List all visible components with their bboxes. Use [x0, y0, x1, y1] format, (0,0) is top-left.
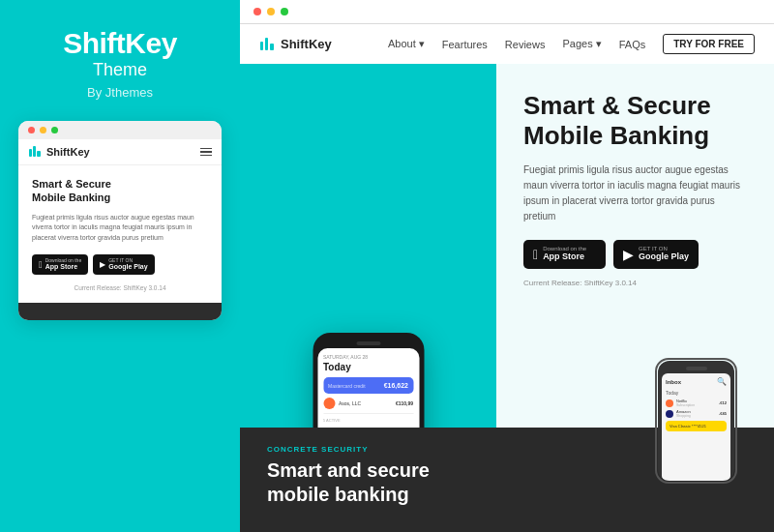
mini-headline: Smart & SecureMobile Banking — [32, 177, 208, 205]
phone-notch — [356, 341, 380, 345]
phone-card: Mastercard credit €16,622 — [323, 377, 413, 394]
chrome-dot-yellow — [267, 8, 275, 15]
mini-dot-yellow — [40, 127, 46, 133]
mini-appstore-text: Download on the App Store — [45, 258, 82, 271]
hero-headline: Smart & SecureMobile Banking — [523, 91, 747, 151]
bp-item-info-1: Netflix Subscription — [676, 399, 716, 407]
chrome-dot-red — [253, 8, 261, 15]
bottom-text: CONCRETE SECURITY Smart and securemobile… — [267, 445, 534, 507]
bp-today-row: Today — [666, 390, 727, 396]
website-nav-links: About ▾ Feartures Reviews Pages ▾ FAQs T… — [388, 34, 755, 54]
mini-release-text: Current Release: ShiftKey 3.0.14 — [32, 284, 208, 291]
hero-body: Fuegiat primis ligula risus auctor augue… — [523, 163, 746, 224]
mini-dot-green — [51, 127, 58, 133]
hamburger-icon[interactable] — [200, 148, 212, 157]
nav-pages[interactable]: Pages ▾ — [562, 38, 601, 50]
svg-rect-2 — [37, 151, 41, 157]
brand-by: By Jthemes — [87, 85, 153, 100]
mini-browser-mockup: ShiftKey Smart & SecureMobile Banking Fu… — [18, 121, 222, 320]
release-text: Current Release: ShiftKey 3.0.14 — [523, 279, 747, 287]
bp-item-info-2: Amazon Shopping — [676, 409, 716, 418]
mini-browser-bar — [18, 121, 222, 139]
bp-screen: Inbox 🔍 Today Netflix Subscription -€12 — [662, 373, 730, 481]
bp-yellow-card: Visa Classic ****4521 — [666, 421, 727, 431]
nav-about[interactable]: About ▾ — [388, 38, 425, 50]
svg-rect-1 — [33, 146, 36, 157]
mini-playstore-text: GET IT ON Google Play — [108, 258, 147, 271]
appstore-button[interactable]:  Download on the App Store — [523, 240, 606, 269]
bottom-phone-inner: Inbox 🔍 Today Netflix Subscription -€12 — [658, 361, 734, 481]
phone-vc-count: 5 ACTIVE — [323, 418, 413, 423]
bp-item-dot-1 — [666, 399, 673, 407]
phone-divider — [323, 413, 413, 414]
phone-notch-bar — [317, 340, 419, 346]
mini-logo-icon — [28, 145, 42, 159]
phone-list-icon-asos — [323, 398, 335, 409]
nav-faqs[interactable]: FAQs — [619, 39, 646, 50]
playstore-text: GET IT ON Google Play — [639, 246, 689, 263]
website-logo-icon — [259, 37, 275, 52]
try-for-free-button[interactable]: TRY FOR FREE — [663, 34, 755, 54]
mini-dark-footer — [18, 303, 222, 320]
store-buttons:  Download on the App Store ▶ GET IT ON … — [523, 240, 747, 269]
svg-rect-0 — [29, 149, 32, 157]
phone-screen-inner: SATURDAY, AUG 28 Today Mastercard credit… — [317, 348, 419, 428]
phone-screen: SATURDAY, AUG 28 Today Mastercard credit… — [317, 348, 419, 428]
svg-rect-3 — [260, 42, 263, 50]
left-sidebar: ShiftKey Theme By Jthemes ShiftKey — [0, 0, 240, 532]
phone-today: Today — [323, 362, 413, 372]
svg-rect-4 — [265, 38, 268, 50]
website-logo: ShiftKey — [259, 37, 332, 52]
mini-logo-text: ShiftKey — [46, 146, 90, 158]
chrome-dot-green — [281, 8, 288, 15]
brand-subtitle: Theme — [93, 60, 147, 80]
mini-body-text: Fugieat primis ligula risus auctor augue… — [32, 213, 208, 244]
phone-card-label: Mastercard credit — [328, 383, 366, 389]
phone-card-value: €16,622 — [384, 382, 408, 389]
phone-date: SATURDAY, AUG 28 — [323, 354, 413, 360]
brand-title: ShiftKey — [63, 27, 177, 60]
website-logo-text: ShiftKey — [281, 37, 332, 51]
mini-content: Smart & SecureMobile Banking Fugieat pri… — [18, 165, 222, 303]
apple-store-icon:  — [533, 247, 538, 262]
right-panel: ShiftKey About ▾ Feartures Reviews Pages… — [240, 0, 774, 532]
bp-item-2: Amazon Shopping -€45 — [666, 409, 727, 418]
bp-nav: Inbox 🔍 — [666, 377, 727, 386]
apple-icon:  — [39, 259, 43, 270]
nav-features[interactable]: Feartures — [442, 39, 488, 50]
phone-list-name: Asos, LLC — [339, 400, 361, 406]
bottom-headline: Smart and securemobile banking — [267, 458, 534, 507]
bp-item-1: Netflix Subscription -€12 — [666, 399, 727, 407]
bp-today-label: Today — [666, 390, 678, 396]
phone-list-item-asos: Asos, LLC €110,99 — [323, 398, 413, 409]
phone-list-amount: €110,99 — [396, 400, 413, 406]
hero-teal-section: SATURDAY, AUG 28 Today Mastercard credit… — [240, 64, 496, 428]
browser-chrome — [240, 0, 774, 24]
nav-reviews[interactable]: Reviews — [505, 39, 546, 50]
bp-inbox-label: Inbox — [666, 379, 681, 385]
mini-appstore-btn[interactable]:  Download on the App Store — [32, 254, 88, 275]
website-nav: ShiftKey About ▾ Feartures Reviews Pages… — [240, 24, 774, 64]
bp-notch — [686, 367, 707, 370]
bottom-tag: CONCRETE SECURITY — [267, 445, 534, 454]
mini-dot-red — [28, 127, 35, 133]
mini-logo: ShiftKey — [28, 145, 90, 159]
phone-mockup: SATURDAY, AUG 28 Today Mastercard credit… — [313, 333, 424, 428]
website-bottom-section: CONCRETE SECURITY Smart and securemobile… — [240, 428, 774, 532]
svg-rect-5 — [270, 44, 274, 50]
bp-item-dot-2 — [666, 410, 673, 418]
play-store-icon: ▶ — [623, 247, 634, 262]
play-icon: ▶ — [100, 260, 105, 269]
mini-store-buttons:  Download on the App Store ▶ GET IT ON … — [32, 254, 208, 275]
bp-search-icon: 🔍 — [717, 377, 727, 386]
mini-playstore-btn[interactable]: ▶ GET IT ON Google Play — [93, 254, 154, 275]
mini-nav: ShiftKey — [18, 139, 222, 165]
playstore-button[interactable]: ▶ GET IT ON Google Play — [613, 240, 699, 269]
appstore-text: Download on the App Store — [543, 246, 586, 263]
phone-outer: SATURDAY, AUG 28 Today Mastercard credit… — [313, 333, 424, 428]
